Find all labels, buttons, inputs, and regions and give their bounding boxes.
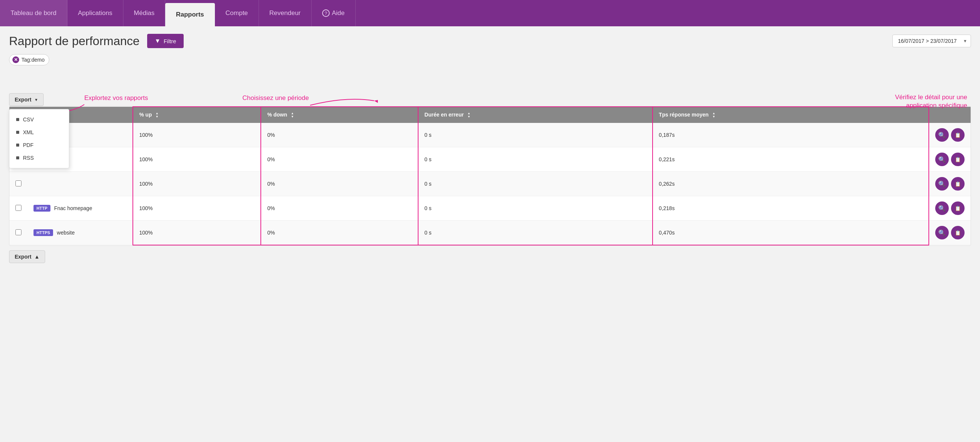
export-row: Export ▼ CSV XML PDF bbox=[9, 93, 971, 106]
date-range-wrapper: 16/07/2017 > 23/07/2017 bbox=[892, 35, 971, 48]
sort-icons-duree: ▲▼ bbox=[468, 112, 471, 119]
tag-close-button[interactable]: ✕ bbox=[13, 56, 19, 63]
td-pdown-2: 0% bbox=[261, 147, 418, 172]
th-duree[interactable]: Durée en erreur ▲▼ bbox=[418, 107, 652, 123]
nav-bar: Tableau de bord Applications Médias Rapp… bbox=[0, 0, 980, 26]
td-checkbox-3 bbox=[10, 172, 27, 196]
row-checkbox-5[interactable] bbox=[16, 229, 21, 235]
bottom-export-row: Export ▲ bbox=[9, 250, 971, 263]
detail-action-1[interactable]: 📋 bbox=[951, 128, 964, 142]
protocol-badge-https: HTTPS bbox=[33, 229, 53, 236]
tag-badge-container: ✕ Tag:demo bbox=[9, 54, 971, 71]
nav-item-tableau[interactable]: Tableau de bord bbox=[0, 0, 67, 26]
content-wrapper: Explortez vos rapports Choisissez une pé… bbox=[9, 93, 971, 263]
filtre-button[interactable]: ▼ Filtre bbox=[147, 34, 184, 48]
search-action-3[interactable]: 🔍 bbox=[935, 177, 949, 190]
td-pdown-4: 0% bbox=[261, 196, 418, 221]
table-header: % up ▲▼ % down ▲▼ Durée en erreur ▲▼ T bbox=[10, 107, 970, 123]
search-action-4[interactable]: 🔍 bbox=[935, 201, 949, 215]
page-title: Rapport de performance bbox=[9, 34, 140, 48]
nav-item-medias[interactable]: Médias bbox=[123, 0, 165, 26]
td-duree-4: 0 s bbox=[418, 196, 652, 221]
action-buttons-4: 🔍 📋 bbox=[935, 201, 964, 215]
td-name-5: HTTPS website bbox=[27, 221, 133, 245]
export-option-rss[interactable]: RSS bbox=[10, 152, 69, 164]
filter-icon: ▼ bbox=[155, 38, 161, 44]
action-buttons-1: 🔍 📋 bbox=[935, 128, 964, 142]
nav-item-applications[interactable]: Applications bbox=[67, 0, 123, 26]
th-pup[interactable]: % up ▲▼ bbox=[133, 107, 261, 123]
bullet-icon-xml bbox=[16, 131, 19, 134]
td-pup-2: 100% bbox=[133, 147, 261, 172]
search-action-1[interactable]: 🔍 bbox=[935, 128, 949, 142]
row-checkbox-4[interactable] bbox=[16, 205, 21, 211]
bullet-icon-csv bbox=[16, 118, 19, 121]
export-option-csv[interactable]: CSV bbox=[10, 113, 69, 126]
search-action-5[interactable]: 🔍 bbox=[935, 226, 949, 239]
table-row: 100% 0% 0 s 0,262s 🔍 📋 bbox=[10, 172, 970, 196]
sort-icons-pup: ▲▼ bbox=[156, 112, 158, 119]
nav-item-compte[interactable]: Compte bbox=[215, 0, 259, 26]
td-pdown-1: 0% bbox=[261, 123, 418, 147]
detail-action-3[interactable]: 📋 bbox=[951, 177, 964, 190]
action-buttons-2: 🔍 📋 bbox=[935, 153, 964, 166]
bullet-icon-pdf bbox=[16, 144, 19, 147]
td-tps-4: 0,218s bbox=[652, 196, 929, 221]
nav-label-medias: Médias bbox=[134, 10, 155, 17]
export-button-bottom[interactable]: Export ▲ bbox=[9, 250, 45, 263]
nav-label-tableau: Tableau de bord bbox=[11, 10, 56, 17]
th-tps[interactable]: Tps réponse moyen ▲▼ bbox=[652, 107, 929, 123]
th-pdown[interactable]: % down ▲▼ bbox=[261, 107, 418, 123]
export-label-bottom: Export bbox=[15, 254, 31, 260]
td-duree-3: 0 s bbox=[418, 172, 652, 196]
nav-item-rapports[interactable]: Rapports bbox=[165, 3, 215, 26]
td-pup-3: 100% bbox=[133, 172, 261, 196]
page-header: Rapport de performance ▼ Filtre 16/07/20… bbox=[9, 34, 971, 48]
export-option-pdf[interactable]: PDF bbox=[10, 139, 69, 152]
date-range-container: 16/07/2017 > 23/07/2017 bbox=[892, 35, 971, 48]
tag-badge: ✕ Tag:demo bbox=[9, 54, 49, 65]
table-row: 100% 0% 0 s 0,221s 🔍 📋 bbox=[10, 147, 970, 172]
export-arrow-down-icon: ▼ bbox=[34, 98, 38, 102]
th-tps-label: Tps réponse moyen bbox=[659, 112, 709, 118]
date-range-select[interactable]: 16/07/2017 > 23/07/2017 bbox=[892, 35, 971, 48]
nav-item-aide[interactable]: ? Aide bbox=[312, 0, 356, 26]
td-actions-4: 🔍 📋 bbox=[929, 196, 970, 221]
th-actions bbox=[929, 107, 970, 123]
export-xml-label: XML bbox=[23, 129, 34, 135]
app-name-5: website bbox=[57, 230, 75, 236]
detail-action-5[interactable]: 📋 bbox=[951, 226, 964, 239]
sort-icons-pdown: ▲▼ bbox=[291, 112, 294, 119]
protocol-badge-http: HTTP bbox=[33, 205, 51, 212]
action-buttons-3: 🔍 📋 bbox=[935, 177, 964, 190]
th-pup-label: % up bbox=[139, 112, 152, 118]
table-body: 100% 0% 0 s 0,187s 🔍 📋 bbox=[10, 123, 970, 245]
export-label-top: Export bbox=[15, 97, 31, 103]
detail-action-2[interactable]: 📋 bbox=[951, 153, 964, 166]
td-name-3 bbox=[27, 172, 133, 196]
export-arrow-up-icon: ▲ bbox=[34, 254, 40, 260]
nav-item-revendeur[interactable]: Revendeur bbox=[259, 0, 312, 26]
td-tps-2: 0,221s bbox=[652, 147, 929, 172]
table-container: % up ▲▼ % down ▲▼ Durée en erreur ▲▼ T bbox=[9, 106, 971, 246]
td-pup-1: 100% bbox=[133, 123, 261, 147]
export-option-xml[interactable]: XML bbox=[10, 126, 69, 139]
export-rss-label: RSS bbox=[23, 155, 34, 161]
td-duree-5: 0 s bbox=[418, 221, 652, 245]
nav-label-revendeur: Revendeur bbox=[269, 10, 301, 17]
nav-label-applications: Applications bbox=[78, 10, 113, 17]
action-buttons-5: 🔍 📋 bbox=[935, 226, 964, 239]
table-row: HTTPS website 100% 0% 0 s 0,470s 🔍 📋 bbox=[10, 221, 970, 245]
export-dropdown-container: Export ▼ CSV XML PDF bbox=[9, 93, 44, 106]
detail-action-4[interactable]: 📋 bbox=[951, 201, 964, 215]
th-pdown-label: % down bbox=[267, 112, 287, 118]
td-checkbox-4 bbox=[10, 196, 27, 221]
th-duree-label: Durée en erreur bbox=[425, 112, 464, 118]
bullet-icon-rss bbox=[16, 156, 19, 159]
td-name-4: HTTP Fnac homepage bbox=[27, 196, 133, 221]
td-pup-4: 100% bbox=[133, 196, 261, 221]
export-button-top[interactable]: Export ▼ bbox=[9, 93, 44, 106]
name-cell-5: HTTPS website bbox=[33, 229, 126, 236]
row-checkbox-3[interactable] bbox=[16, 181, 21, 187]
search-action-2[interactable]: 🔍 bbox=[935, 153, 949, 166]
